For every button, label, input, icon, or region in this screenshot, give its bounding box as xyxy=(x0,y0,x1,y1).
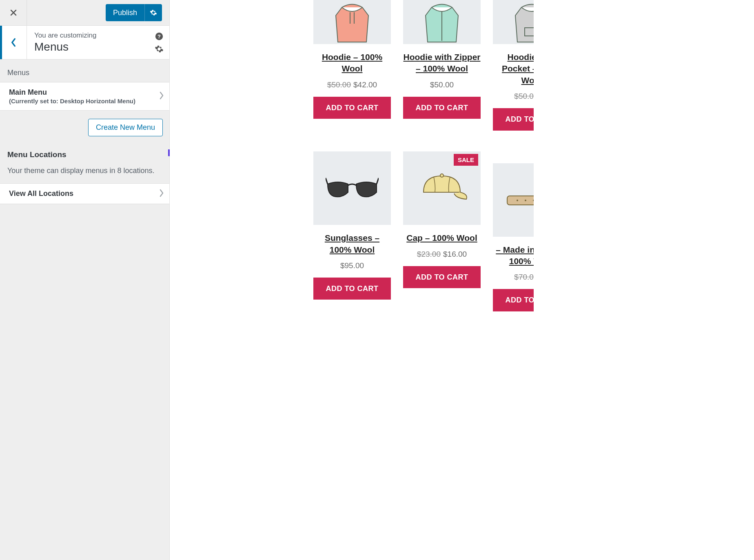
view-all-locations[interactable]: View All Locations xyxy=(0,183,169,204)
sidebar-top-row: Publish xyxy=(0,0,169,25)
menu-locations-label: Menu Locations xyxy=(0,146,169,164)
publish-label: Publish xyxy=(106,9,144,17)
create-new-menu-button[interactable]: Create New Menu xyxy=(88,119,163,136)
product-thumb[interactable] xyxy=(313,0,391,44)
product-card: Hoodie – 100% Wool $50.00$42.00 ADD TO C… xyxy=(313,0,391,119)
menu-locations-desc: Your theme can display menus in 8 locati… xyxy=(0,164,169,183)
chevron-left-icon xyxy=(10,38,17,47)
panel-header: You are customizing Menus ? xyxy=(0,25,169,60)
chevron-right-icon xyxy=(159,91,164,101)
product-name[interactable]: – Made in USA by 100% Wool xyxy=(493,244,534,267)
product-thumb[interactable] xyxy=(313,151,391,225)
publish-settings-icon[interactable] xyxy=(144,4,162,21)
product-price: $23.00$16.00 xyxy=(417,250,467,259)
svg-point-8 xyxy=(525,200,526,201)
svg-text:?: ? xyxy=(157,33,161,39)
product-price: $50.00$42.00 xyxy=(327,80,377,89)
svg-point-7 xyxy=(517,200,518,201)
svg-point-3 xyxy=(440,174,444,177)
product-card: Hoodie with Pocket – 100% Wool $50.00$3 … xyxy=(493,0,534,131)
product-name[interactable]: Hoodie with Pocket – 100% Wool xyxy=(493,51,534,86)
add-to-cart-button[interactable]: ADD TO CART xyxy=(313,278,391,300)
product-card: SALE – Made in USA by 100% Wool $70.00$5… xyxy=(493,163,534,311)
menu-item-title: Main Menu xyxy=(9,88,153,97)
product-thumb[interactable]: SALE xyxy=(493,163,534,237)
chevron-right-icon xyxy=(159,189,164,199)
help-icon: ? xyxy=(155,32,164,41)
product-name[interactable]: Sunglasses – 100% Wool xyxy=(313,232,391,256)
cap-icon xyxy=(415,170,468,207)
publish-button[interactable]: Publish xyxy=(106,4,162,21)
new-price: $50.00 xyxy=(430,80,454,89)
product-thumb[interactable]: SALE xyxy=(403,151,481,225)
add-to-cart-button[interactable]: ADD TO CART xyxy=(493,108,534,131)
product-card: Sunglasses – 100% Wool $95.00 ADD TO CAR… xyxy=(313,151,391,300)
product-thumb[interactable] xyxy=(403,0,481,44)
active-indicator xyxy=(0,26,2,59)
gear-icon xyxy=(150,9,157,16)
old-price: $70.00 xyxy=(514,273,534,281)
hoodie-icon xyxy=(417,3,466,44)
product-card: SALE Cap – 100% Wool $23.00$16.00 ADD TO… xyxy=(403,151,481,288)
menu-item-sub: (Currently set to: Desktop Horizontal Me… xyxy=(9,98,153,104)
product-name[interactable]: Hoodie with Zipper – 100% Wool xyxy=(403,51,481,75)
customizer-sidebar: Publish You are customizing Menus ? xyxy=(0,0,170,560)
add-to-cart-button[interactable]: ADD TO CART xyxy=(493,289,534,311)
product-grid: Hoodie – 100% Wool $50.00$42.00 ADD TO C… xyxy=(313,0,754,311)
preview-pane: Hoodie – 100% Wool $50.00$42.00 ADD TO C… xyxy=(170,0,754,560)
product-name[interactable]: Cap – 100% Wool xyxy=(406,232,477,244)
product-price: $95.00 xyxy=(340,261,364,270)
menus-section-label: Menus xyxy=(0,60,169,82)
new-price: $16.00 xyxy=(443,250,467,258)
hoodie-icon xyxy=(507,3,534,44)
product-price: $70.00$5 xyxy=(514,273,534,282)
product-card: Hoodie with Zipper – 100% Wool $50.00 AD… xyxy=(403,0,481,119)
view-all-locations-label: View All Locations xyxy=(9,189,153,198)
panel-settings-button[interactable] xyxy=(155,44,164,53)
old-price: $23.00 xyxy=(417,250,441,258)
menu-item-main-menu[interactable]: Main Menu (Currently set to: Desktop Hor… xyxy=(0,82,169,111)
sale-badge: SALE xyxy=(454,154,478,166)
belt-icon xyxy=(505,186,534,214)
svg-rect-5 xyxy=(507,196,534,205)
panel-title-wrap: You are customizing Menus ? xyxy=(27,26,169,59)
add-to-cart-button[interactable]: ADD TO CART xyxy=(403,266,481,289)
add-to-cart-button[interactable]: ADD TO CART xyxy=(403,97,481,119)
new-price: $95.00 xyxy=(340,261,364,270)
product-price: $50.00$3 xyxy=(514,92,534,101)
help-button[interactable]: ? xyxy=(155,32,164,41)
panel-title: Menus xyxy=(34,40,164,53)
panel-subtitle: You are customizing xyxy=(34,31,164,40)
product-price: $50.00 xyxy=(430,80,454,89)
create-menu-row: Create New Menu xyxy=(0,111,169,146)
new-price: $42.00 xyxy=(353,80,377,89)
hoodie-icon xyxy=(328,3,377,44)
panel-header-icons: ? xyxy=(155,26,164,59)
add-to-cart-button[interactable]: ADD TO CART xyxy=(313,97,391,119)
product-thumb[interactable] xyxy=(493,0,534,44)
close-button[interactable] xyxy=(0,0,27,25)
old-price: $50.00 xyxy=(514,92,534,100)
sunglasses-icon xyxy=(326,174,379,202)
gear-icon xyxy=(155,44,164,53)
publish-row: Publish xyxy=(27,0,169,25)
old-price: $50.00 xyxy=(327,80,351,89)
back-button[interactable] xyxy=(0,26,27,59)
product-name[interactable]: Hoodie – 100% Wool xyxy=(313,51,391,75)
close-icon xyxy=(9,9,18,17)
